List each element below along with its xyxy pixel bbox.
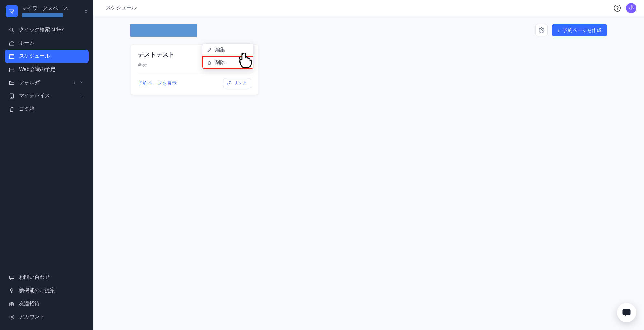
sidebar-item-schedule[interactable]: スケジュール xyxy=(5,50,89,63)
workspace-caret-icon[interactable] xyxy=(84,9,88,14)
avatar[interactable]: 小 xyxy=(626,3,636,13)
home-icon xyxy=(9,40,14,46)
content-area: + 予約ページを作成 テストテスト ··· 45分 予約ページを表示 xyxy=(93,16,644,330)
button-label: 予約ページを作成 xyxy=(563,27,601,34)
sidebar-item-label: 新機能のご提案 xyxy=(19,287,55,294)
sidebar-item-label: マイデバイス xyxy=(19,92,75,99)
sidebar: マ マイワークスペース クイック検索 ctrl+k ホーム xyxy=(0,0,93,330)
copy-link-button[interactable]: リンク xyxy=(223,78,251,88)
sidebar-item-home[interactable]: ホーム xyxy=(5,36,89,50)
add-icon[interactable]: + xyxy=(80,93,85,99)
device-icon xyxy=(9,93,14,99)
sidebar-item-label: ホーム xyxy=(19,40,85,46)
sidebar-item-label: お問い合わせ xyxy=(19,274,50,281)
page-title: スケジュール xyxy=(106,5,137,11)
trash-icon xyxy=(9,106,14,112)
pencil-icon xyxy=(207,47,212,53)
sidebar-item-label: アカウント xyxy=(19,314,45,320)
sidebar-item-label: クイック検索 ctrl+k xyxy=(19,26,85,33)
sidebar-item-contact[interactable]: お問い合わせ xyxy=(5,271,89,284)
chevron-down-icon[interactable] xyxy=(80,80,85,86)
menu-item-label: 削除 xyxy=(215,60,225,66)
svg-point-15 xyxy=(11,316,13,318)
menu-item-delete[interactable]: 削除 xyxy=(202,56,253,69)
sidebar-item-folder[interactable]: フォルダ + xyxy=(5,76,89,89)
trash-icon xyxy=(207,60,212,65)
lightbulb-icon xyxy=(9,288,14,294)
svg-rect-2 xyxy=(9,54,14,58)
svg-point-0 xyxy=(10,28,13,31)
sidebar-item-label: Web会議の予定 xyxy=(19,66,85,73)
workspace-subtitle-redacted xyxy=(22,13,63,17)
show-booking-page-link[interactable]: 予約ページを表示 xyxy=(138,80,177,86)
svg-point-11 xyxy=(10,289,13,291)
calendar-icon xyxy=(9,53,14,59)
sidebar-item-my-device[interactable]: マイデバイス + xyxy=(5,89,89,102)
chat-fab[interactable] xyxy=(617,303,636,322)
folder-icon xyxy=(9,80,14,86)
topbar: スケジュール ? 小 xyxy=(93,0,644,16)
sidebar-item-feedback[interactable]: 新機能のご提案 xyxy=(5,284,89,297)
card-context-menu: 編集 削除 xyxy=(202,43,254,69)
settings-button[interactable] xyxy=(535,24,548,36)
add-icon[interactable]: + xyxy=(72,80,77,86)
gift-icon xyxy=(9,301,14,307)
divider xyxy=(138,73,251,73)
plus-icon: + xyxy=(557,28,560,33)
sidebar-item-account[interactable]: アカウント xyxy=(5,310,89,324)
svg-rect-10 xyxy=(9,276,14,278)
workspace-switcher[interactable]: マ マイワークスペース xyxy=(0,0,93,22)
menu-item-edit[interactable]: 編集 xyxy=(202,44,253,56)
svg-rect-6 xyxy=(9,68,14,72)
sidebar-item-quick-search[interactable]: クイック検索 ctrl+k xyxy=(5,23,89,36)
link-icon xyxy=(227,81,232,85)
menu-item-label: 編集 xyxy=(215,47,225,53)
gear-icon xyxy=(9,314,14,320)
svg-line-1 xyxy=(12,31,14,32)
sidebar-item-label: フォルダ xyxy=(19,79,67,86)
workspace-title: マイワークスペース xyxy=(22,5,81,11)
create-booking-page-button[interactable]: + 予約ページを作成 xyxy=(552,24,607,36)
sidebar-item-label: 友達招待 xyxy=(19,300,40,307)
search-icon xyxy=(9,27,14,33)
sidebar-item-label: スケジュール xyxy=(19,53,85,60)
sidebar-item-label: ゴミ箱 xyxy=(19,106,85,112)
workspace-logo: マ xyxy=(6,5,18,17)
chat-icon xyxy=(9,275,14,280)
calendar-check-icon xyxy=(9,67,14,73)
button-label: リンク xyxy=(234,80,247,86)
help-button[interactable]: ? xyxy=(614,5,621,12)
sidebar-item-invite[interactable]: 友達招待 xyxy=(5,297,89,310)
section-title-redacted xyxy=(130,24,197,37)
sidebar-item-trash[interactable]: ゴミ箱 xyxy=(5,102,89,116)
sidebar-item-web-meeting[interactable]: Web会議の予定 xyxy=(5,63,89,76)
svg-point-16 xyxy=(541,30,542,31)
